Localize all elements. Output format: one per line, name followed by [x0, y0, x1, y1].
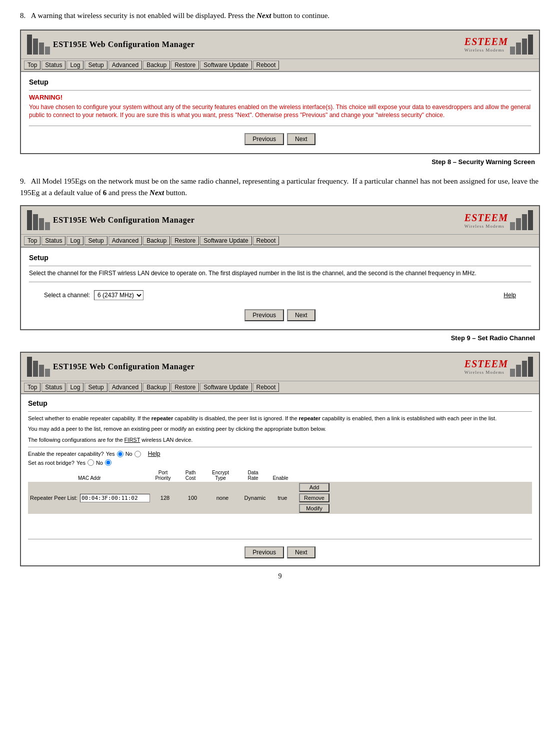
col-header-path: PathCost: [178, 470, 203, 481]
bar4-9b: [45, 369, 50, 377]
help-link-9[interactable]: Help: [504, 292, 516, 299]
rbar4-9b: [510, 369, 515, 377]
bar-group-right-8: [510, 35, 533, 55]
next-button-8[interactable]: Next: [287, 133, 316, 145]
nav-advanced-9[interactable]: Advanced: [108, 236, 142, 245]
peer-enable: true: [270, 495, 295, 501]
rbar4: [510, 47, 515, 55]
section9-intro: 9. All Model 195Egs on the network must …: [20, 176, 540, 198]
caption-8: Step 8 – Security Warning Screen: [20, 158, 540, 166]
repeater-yes-radio[interactable]: [117, 451, 124, 457]
setup-title-9: Setup: [29, 254, 531, 262]
channel-row-9: Select a channel: 6 (2437 MHz) Help: [29, 285, 531, 305]
divider2-9b: [28, 447, 532, 447]
nav-reboot-8[interactable]: Reboot: [253, 61, 280, 70]
bar3-9b: [39, 365, 44, 377]
divider2-9: [29, 282, 531, 282]
nav-advanced-8[interactable]: Advanced: [108, 61, 142, 70]
page-number: 9: [20, 572, 540, 580]
nav-status-9[interactable]: Status: [42, 236, 66, 245]
nav-reboot-9b[interactable]: Reboot: [253, 383, 280, 392]
esteem-logo-8: ESTEEM Wireless Modems: [464, 36, 508, 53]
repeater-desc2: You may add a peer to the list, remove a…: [28, 425, 532, 433]
root-no-radio[interactable]: [105, 459, 112, 466]
logo-text-8: ESTEEM: [464, 36, 508, 48]
peer-port: 128: [150, 495, 180, 501]
peer-list-label: Repeater Peer List:: [30, 495, 80, 501]
peer-rate: Dynamic: [240, 495, 270, 501]
nav-restore-9[interactable]: Restore: [171, 236, 199, 245]
nav-log-9b[interactable]: Log: [66, 383, 84, 392]
nav-backup-9b[interactable]: Backup: [143, 383, 170, 392]
repeater-bold1: repeater: [152, 415, 173, 421]
nav-status-8[interactable]: Status: [42, 61, 66, 70]
next-button-9b[interactable]: Next: [287, 546, 316, 558]
bar-group-left-9: [27, 210, 50, 230]
repeater-desc1: Select whether to enable repeater capabi…: [28, 415, 532, 422]
header-title-9: EST195E Web Configuration Manager: [53, 216, 194, 225]
nav-softwareupdate-8[interactable]: Software Update: [200, 61, 252, 70]
nav-top-9[interactable]: Top: [24, 236, 40, 245]
nav-log-8[interactable]: Log: [66, 61, 84, 70]
nav-setup-9b[interactable]: Setup: [84, 383, 107, 392]
nav-softwareupdate-9b[interactable]: Software Update: [200, 383, 252, 392]
divider2-8: [29, 126, 531, 126]
modify-button[interactable]: Modify: [299, 504, 330, 513]
divider-9b: [28, 411, 532, 412]
peer-encrypt: none: [205, 495, 240, 501]
divider3-9b: [28, 539, 532, 539]
bar1-9: [27, 210, 32, 230]
yes-label-1: Yes: [106, 451, 115, 457]
previous-button-8[interactable]: Previous: [244, 133, 284, 145]
root-yes-radio[interactable]: [88, 459, 94, 466]
root-bridge-label: Set as root bridge?: [28, 460, 74, 466]
channel-select-9[interactable]: 6 (2437 MHz): [94, 290, 144, 300]
header-title-9b: EST195E Web Configuration Manager: [53, 362, 194, 371]
nav-advanced-9b[interactable]: Advanced: [108, 383, 142, 392]
repeater-help-link[interactable]: Help: [148, 450, 160, 457]
button-row-9: Previous Next: [29, 305, 531, 323]
next-button-9[interactable]: Next: [287, 309, 316, 321]
web-header-9: EST195E Web Configuration Manager ESTEEM…: [21, 206, 539, 235]
nav-status-9b[interactable]: Status: [42, 383, 66, 392]
previous-button-9b[interactable]: Previous: [244, 546, 284, 558]
nav-top-8[interactable]: Top: [24, 61, 40, 70]
rbar1: [528, 35, 533, 55]
nav-bar-9b: Top Status Log Setup Advanced Backup Res…: [21, 381, 539, 394]
caption-9: Step 9 – Set Radio Channel: [20, 334, 540, 342]
nav-restore-8[interactable]: Restore: [171, 61, 199, 70]
button-row-8: Previous Next: [29, 129, 531, 147]
esteem-logo-9b: ESTEEM Wireless Modems: [464, 358, 508, 375]
root-no-label: No: [96, 460, 103, 466]
peer-action-buttons: Add Remove Modify: [299, 483, 330, 513]
rbar3: [516, 43, 521, 55]
header-left-9b: EST195E Web Configuration Manager: [27, 357, 194, 377]
rbar2-9b: [522, 361, 527, 377]
nav-log-9[interactable]: Log: [66, 236, 84, 245]
logo-sub-9: Wireless Modems: [464, 224, 508, 229]
next-emphasis: Next: [256, 12, 271, 20]
bar1: [27, 35, 32, 55]
next-emphasis-9: Next: [150, 189, 164, 197]
repeater-desc3: The following configurations are for the…: [28, 436, 532, 444]
remove-button[interactable]: Remove: [299, 493, 330, 502]
nav-top-9b[interactable]: Top: [24, 383, 40, 392]
bar-group-right-9: [510, 210, 533, 230]
add-button[interactable]: Add: [299, 483, 330, 492]
nav-bar-8: Top Status Log Setup Advanced Backup Res…: [21, 59, 539, 72]
bar-group-left-8: [27, 35, 50, 55]
nav-backup-9[interactable]: Backup: [143, 236, 170, 245]
repeater-no-radio[interactable]: [134, 451, 141, 457]
header-right-8: ESTEEM Wireless Modems: [464, 35, 533, 55]
nav-softwareupdate-9[interactable]: Software Update: [200, 236, 252, 245]
nav-setup-8[interactable]: Setup: [84, 61, 107, 70]
nav-backup-8[interactable]: Backup: [143, 61, 170, 70]
previous-button-9[interactable]: Previous: [244, 309, 284, 321]
nav-restore-9b[interactable]: Restore: [171, 383, 199, 392]
bar3: [39, 43, 44, 55]
rbar4-9: [510, 222, 515, 230]
col-header-port: PortPriority: [148, 470, 178, 481]
nav-reboot-9[interactable]: Reboot: [253, 236, 280, 245]
col-header-data: DataRate: [238, 470, 268, 481]
nav-setup-9[interactable]: Setup: [84, 236, 107, 245]
